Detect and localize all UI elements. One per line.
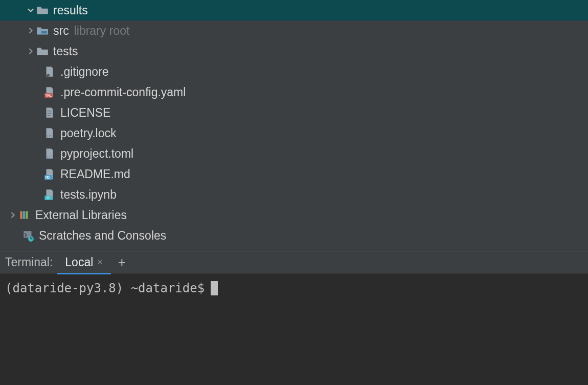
tree-item-label: poetry.lock — [60, 126, 117, 140]
terminal-panel: Terminal: Local × + (dataride-py3.8) ~da… — [0, 251, 588, 385]
tab-label: Local — [65, 255, 93, 269]
chevron-right-icon[interactable] — [26, 45, 36, 58]
tree-external-libraries[interactable]: External Libraries — [0, 205, 588, 225]
close-icon[interactable]: × — [97, 257, 103, 268]
tree-item-label: .pre-commit-config.yaml — [60, 85, 186, 99]
svg-text:[T]: [T] — [47, 134, 53, 139]
terminal-cursor — [211, 281, 218, 295]
tree-file-poetrylock[interactable]: [T] poetry.lock — [0, 123, 588, 143]
chevron-right-icon[interactable] — [8, 208, 18, 222]
tree-file-tests-ipynb[interactable]: IP tests.ipynb — [0, 184, 588, 205]
tree-scratches[interactable]: Scratches and Consoles — [0, 225, 588, 246]
tree-folder-tests[interactable]: tests — [0, 41, 588, 61]
scratches-icon — [21, 229, 35, 242]
tree-item-label: results — [53, 4, 88, 17]
tree-item-label: pyproject.toml — [60, 147, 133, 161]
file-icon — [43, 65, 56, 78]
text-file-icon — [43, 106, 56, 119]
svg-rect-14 — [20, 211, 22, 219]
project-tree-panel: results src library root tests .gitignor… — [0, 0, 588, 251]
yaml-file-icon: YML — [43, 85, 56, 99]
tree-item-label: tests.ipynb — [60, 188, 117, 202]
notebook-file-icon: IP — [43, 188, 56, 201]
new-terminal-button[interactable]: + — [115, 254, 129, 270]
svg-text:YML: YML — [45, 93, 52, 98]
svg-rect-16 — [26, 211, 28, 219]
tree-item-label: tests — [53, 45, 78, 58]
tree-file-gitignore[interactable]: .gitignore — [0, 61, 588, 82]
svg-text:[T]: [T] — [47, 155, 53, 159]
markdown-file-icon: MD — [43, 167, 56, 181]
tree-file-pyproject[interactable]: [T] pyproject.toml — [0, 143, 588, 164]
chevron-right-icon[interactable] — [26, 24, 36, 37]
tree-item-label: .gitignore — [60, 65, 109, 79]
terminal-tab-bar: Terminal: Local × + — [0, 251, 588, 274]
tree-folder-results[interactable]: results — [0, 0, 588, 20]
source-folder-icon — [36, 24, 49, 37]
terminal-tab-local[interactable]: Local × — [62, 251, 106, 274]
tree-item-hint: library root — [74, 24, 130, 38]
terminal-panel-title: Terminal: — [5, 255, 53, 269]
tree-item-label: Scratches and Consoles — [39, 229, 166, 243]
toml-file-icon: [T] — [43, 147, 56, 160]
svg-text:MD: MD — [46, 175, 50, 180]
folder-icon — [36, 45, 49, 58]
folder-icon — [36, 4, 49, 17]
tree-item-label: External Libraries — [35, 208, 127, 222]
tree-file-precommit[interactable]: YML .pre-commit-config.yaml — [0, 82, 588, 102]
tree-item-label: LICENSE — [60, 106, 110, 120]
tree-item-label: README.md — [60, 167, 130, 181]
terminal-output[interactable]: (dataride-py3.8) ~dataride$ — [0, 274, 588, 385]
svg-text:IP: IP — [46, 196, 50, 200]
tree-file-license[interactable]: LICENSE — [0, 102, 588, 123]
svg-rect-0 — [41, 31, 47, 33]
tree-item-label: src — [53, 24, 69, 38]
library-icon — [18, 208, 31, 222]
svg-rect-15 — [23, 211, 25, 219]
tree-file-readme[interactable]: MD README.md — [0, 164, 588, 184]
toml-file-icon: [T] — [43, 126, 56, 140]
tree-folder-src[interactable]: src library root — [0, 20, 588, 41]
terminal-prompt: (dataride-py3.8) ~dataride$ — [5, 281, 205, 295]
chevron-down-icon[interactable] — [26, 4, 36, 17]
